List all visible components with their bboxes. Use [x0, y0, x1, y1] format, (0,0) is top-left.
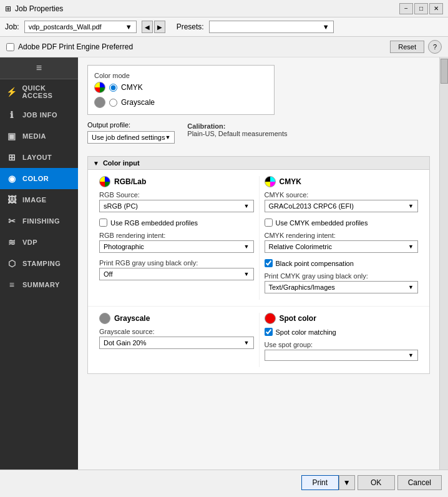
sidebar: ≡ ⚡ QUICK ACCESS ℹ JOB INFO ▣ MEDIA ⊞ LA…: [0, 57, 78, 470]
sidebar-item-media[interactable]: ▣ MEDIA: [0, 125, 78, 147]
sidebar-item-label-finishing: FINISHING: [22, 217, 60, 225]
minimize-button[interactable]: −: [399, 3, 413, 14]
cmyk-rendering-select[interactable]: Relative Colorimetric ▼: [265, 240, 419, 253]
cmyk-label: CMYK: [121, 83, 143, 92]
cmyk-radio[interactable]: [109, 84, 117, 92]
grayscale-source-select[interactable]: Dot Gain 20% ▼: [99, 337, 254, 349]
grayscale-label: Grayscale: [121, 98, 155, 107]
cancel-button[interactable]: Cancel: [397, 475, 442, 490]
collapse-icon[interactable]: ▼: [93, 160, 99, 167]
sidebar-item-label-image: IMAGE: [22, 196, 47, 204]
app-icon: ⊞: [5, 4, 11, 13]
presets-select[interactable]: ▼: [209, 21, 334, 33]
presets-arrow: ▼: [323, 23, 329, 31]
grayscale-radio[interactable]: [109, 99, 117, 107]
output-profile-arrow: ▼: [165, 134, 170, 140]
cmyk-rendering-value: Relative Colorimetric: [269, 243, 332, 250]
spot-icon: [265, 313, 276, 324]
grayscale-section: Grayscale Grayscale source: Dot Gain 20%…: [94, 313, 259, 367]
nav-next-button[interactable]: ▶: [154, 21, 165, 33]
rgb-source-select[interactable]: sRGB (PC) ▼: [99, 200, 254, 212]
cmyk-source-label: CMYK source:: [265, 191, 419, 199]
rgb-rendering-select[interactable]: Photographic ▼: [99, 240, 254, 253]
rgb-source-label: RGB Source:: [99, 191, 254, 199]
adobe-pdf-checkbox[interactable]: [6, 43, 14, 51]
window-title: Job Properties: [15, 4, 63, 13]
color-input-title: Color input: [103, 159, 140, 167]
rgb-source-arrow: ▼: [244, 203, 250, 209]
cmyk-source-arrow: ▼: [408, 203, 414, 209]
cmyk-gray-arrow: ▼: [408, 284, 414, 290]
help-button[interactable]: ?: [428, 40, 442, 54]
cmyk-embed-checkbox[interactable]: [265, 219, 273, 227]
cmyk-source-select[interactable]: GRACoL2013 CRPC6 (EFI) ▼: [265, 200, 419, 212]
cmyk-gray-select[interactable]: Text/Graphics/Images ▼: [265, 281, 419, 293]
top-bar: Job: vdp_postcards_Wall.pdf ▼ ◀ ▶ Preset…: [0, 17, 448, 37]
presets-label: Presets:: [177, 22, 204, 31]
sidebar-item-color[interactable]: ◉ COLOR: [0, 168, 78, 189]
summary-icon: ≡: [6, 279, 17, 290]
nav-prev-button[interactable]: ◀: [142, 21, 153, 33]
maximize-button[interactable]: □: [414, 3, 428, 14]
print-arrow-button[interactable]: ▼: [339, 475, 355, 490]
finishing-icon: ✂: [6, 215, 17, 227]
black-point-row: Black point compensation: [265, 259, 419, 267]
sidebar-item-label-quick-access: QUICK ACCESS: [22, 84, 72, 99]
image-icon: 🖼: [6, 194, 17, 205]
ok-button[interactable]: OK: [358, 475, 395, 490]
spot-matching-checkbox[interactable]: [265, 328, 273, 336]
scrollbar-track[interactable]: [439, 57, 448, 470]
sidebar-item-layout[interactable]: ⊞ LAYOUT: [0, 147, 78, 168]
sidebar-item-label-vdp: VDP: [22, 239, 37, 246]
sidebar-item-job-info[interactable]: ℹ JOB INFO: [0, 104, 78, 125]
color-input-section: ▼ Color input RGB/Lab RGB Source: sRGB (…: [87, 156, 430, 374]
sidebar-item-label-job-info: JOB INFO: [22, 111, 57, 119]
adobe-row: Adobe PDF Print Engine Preferred Reset ?: [0, 37, 448, 57]
grayscale-source-arrow: ▼: [244, 340, 250, 346]
output-profile-label: Output profile:: [87, 121, 175, 129]
sidebar-item-vdp[interactable]: ≋ VDP: [0, 232, 78, 253]
stamping-icon: ⬡: [6, 258, 17, 269]
rgb-gray-select[interactable]: Off ▼: [99, 268, 254, 280]
title-bar: ⊞ Job Properties − □ ✕: [0, 0, 448, 17]
spot-group-arrow: ▼: [408, 352, 414, 358]
sidebar-item-label-layout: LAYOUT: [22, 154, 52, 161]
spot-group-select[interactable]: ▼: [265, 350, 419, 361]
adobe-pdf-label: Adobe PDF Print Engine Preferred: [18, 42, 133, 51]
job-info-icon: ℹ: [6, 109, 17, 121]
color-mode-title: Color mode: [94, 72, 268, 79]
sidebar-item-image[interactable]: 🖼 IMAGE: [0, 189, 78, 210]
rgb-gray-value: Off: [104, 270, 112, 278]
reset-button[interactable]: Reset: [390, 41, 424, 53]
calibration-value: Plain-US, Default measurements: [187, 130, 287, 137]
cmyk-embed-label: Use CMYK embedded profiles: [276, 219, 368, 227]
scrollbar-thumb[interactable]: [441, 59, 448, 84]
grayscale-icon: [99, 313, 110, 324]
spot-title: Spot color: [280, 314, 316, 323]
rgb-embed-checkbox[interactable]: [99, 219, 107, 227]
rgb-gray-arrow: ▼: [244, 271, 250, 277]
job-select-arrow: ▼: [125, 23, 132, 31]
close-button[interactable]: ✕: [429, 3, 443, 14]
calibration-label: Calibration:: [187, 122, 225, 130]
spot-group-label: Use spot group:: [265, 341, 419, 348]
print-button[interactable]: Print: [301, 475, 339, 490]
grayscale-source-value: Dot Gain 20%: [104, 339, 146, 347]
sidebar-item-quick-access[interactable]: ⚡ QUICK ACCESS: [0, 79, 78, 104]
job-file-value: vdp_postcards_Wall.pdf: [29, 23, 102, 31]
color-icon: ◉: [6, 173, 17, 184]
cmyk-gray-label: Print CMYK gray using black only:: [265, 272, 419, 280]
job-select[interactable]: vdp_postcards_Wall.pdf ▼: [24, 21, 137, 33]
cmyk-color-ball: [94, 82, 105, 93]
sidebar-item-stamping[interactable]: ⬡ STAMPING: [0, 253, 78, 274]
rgb-embed-row: Use RGB embedded profiles: [99, 219, 254, 227]
sidebar-item-label-summary: SUMMARY: [22, 281, 60, 288]
black-point-checkbox[interactable]: [265, 259, 273, 267]
spot-matching-row: Spot color matching: [265, 328, 419, 336]
sidebar-item-summary[interactable]: ≡ SUMMARY: [0, 274, 78, 295]
rgb-icon: [99, 176, 110, 187]
output-profile-select[interactable]: Use job defined settings ▼: [87, 131, 175, 144]
cmyk-title: CMYK: [280, 177, 301, 186]
layout-icon: ⊞: [6, 152, 17, 163]
sidebar-item-finishing[interactable]: ✂ FINISHING: [0, 210, 78, 232]
